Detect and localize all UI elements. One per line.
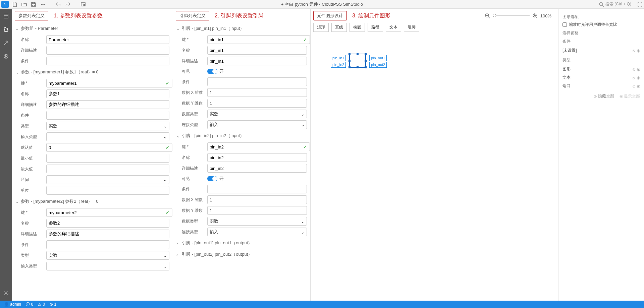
prop-port-row[interactable]: 端口⦸◉ xyxy=(562,82,640,90)
pin2-dimy-input[interactable] xyxy=(207,206,307,215)
sidebar-play-icon[interactable] xyxy=(2,52,10,60)
tab-pins[interactable]: 引脚列表定义 xyxy=(176,11,209,20)
p2-name-input[interactable] xyxy=(46,219,169,228)
status-info[interactable]: ⓘ 0 xyxy=(26,302,33,307)
pin1-visible-toggle[interactable]: 开 xyxy=(207,68,224,74)
tab-graphic[interactable]: 元件图形设计 xyxy=(313,11,347,20)
prop-shape-row[interactable]: 图形⦸◉ xyxy=(562,65,640,73)
eye-off-icon[interactable]: ⦸ xyxy=(633,48,635,53)
eye-off-icon[interactable]: ⦸ xyxy=(633,75,635,80)
tool-path[interactable]: 路径 xyxy=(368,23,383,32)
pin2-dtype-select[interactable]: 实数⌄ xyxy=(207,217,307,226)
pin2-name-input[interactable] xyxy=(207,153,307,162)
section-pin4[interactable]: ›引脚 - [pin_out2] pin_out2（output） xyxy=(173,249,310,260)
sidebar-settings-icon[interactable] xyxy=(2,289,10,297)
prop-text-row[interactable]: 文本⦸◉ xyxy=(562,73,640,82)
section-pin3[interactable]: ›引脚 - [pin_out1] pin_out1（output） xyxy=(173,237,310,249)
new-file-icon[interactable] xyxy=(11,1,18,8)
p2-intype-select[interactable]: ⌄ xyxy=(46,262,169,270)
redo-icon[interactable] xyxy=(64,1,71,8)
search-placeholder[interactable]: 搜索 (Ctrl + Q) xyxy=(605,1,631,7)
pin2-cond-input[interactable] xyxy=(207,185,307,193)
p1-unit-input[interactable] xyxy=(46,186,169,195)
canvas[interactable]: pin_in1 pin_in2 pin_out1 pin_out2 xyxy=(311,34,558,301)
tool-pin[interactable]: 引脚 xyxy=(404,23,419,32)
sidebar-puzzle-icon[interactable] xyxy=(2,25,10,34)
zoom-in-icon[interactable] xyxy=(532,13,538,18)
tool-text[interactable]: 文本 xyxy=(386,23,401,32)
preview-icon[interactable] xyxy=(80,1,87,8)
prop-cond-row[interactable]: [未设置]⦸◉ xyxy=(562,46,640,55)
sidebar-overview-icon[interactable] xyxy=(2,12,10,20)
status-error[interactable]: ⊘ 1 xyxy=(50,302,56,307)
p1-desc-input[interactable] xyxy=(46,100,169,109)
eye-off-icon[interactable]: ⦸ xyxy=(633,84,635,88)
pin2-ctype-select[interactable]: 输入⌄ xyxy=(207,228,307,236)
p1-key-input[interactable] xyxy=(46,79,172,87)
eye-icon[interactable]: ◉ xyxy=(637,75,640,80)
tool-rect[interactable]: 矩形 xyxy=(313,23,329,32)
fullscreen-icon[interactable] xyxy=(637,2,643,7)
eye-off-icon[interactable]: ⦸ xyxy=(633,67,635,72)
pin2-dimx-input[interactable] xyxy=(207,195,307,204)
pin1-desc-input[interactable] xyxy=(207,57,307,65)
pin1-dimx-input[interactable] xyxy=(207,88,307,97)
p1-default-input[interactable] xyxy=(46,143,172,152)
hide-all-button[interactable]: ⦸ 隐藏全部 xyxy=(594,94,614,99)
status-user[interactable]: 👤 admin xyxy=(4,302,21,307)
p2-desc-input[interactable] xyxy=(46,230,169,238)
pin-out2[interactable]: pin_out2 xyxy=(369,62,387,68)
search-icon[interactable] xyxy=(599,2,604,7)
tab-params[interactable]: 参数列表定义 xyxy=(15,11,48,20)
section-param2[interactable]: ⌄参数 - [myparameter2] 参数2（real）= 0 xyxy=(12,196,173,207)
p1-intype-select[interactable]: ⌄ xyxy=(46,132,169,141)
pin2-visible-toggle[interactable]: 开 xyxy=(207,176,224,182)
zoom-slider[interactable] xyxy=(493,15,530,16)
pin1-cond-input[interactable] xyxy=(207,77,307,86)
chevron-down-icon: ⌄ xyxy=(163,253,167,258)
pin-in2[interactable]: pin_in2 xyxy=(331,62,346,68)
eye-icon: ◉ xyxy=(620,94,623,99)
section-pin2[interactable]: ⌄引脚 - [pin_in2] pin_in2（input） xyxy=(173,130,310,141)
p1-cond-input[interactable] xyxy=(46,111,169,120)
pin2-desc-input[interactable] xyxy=(207,164,307,173)
pin1-name-input[interactable] xyxy=(207,46,307,55)
more-icon[interactable] xyxy=(40,1,46,8)
pin2-key-input[interactable] xyxy=(207,142,310,151)
show-all-button[interactable]: ◉ 显示全部 xyxy=(620,94,640,99)
status-warn[interactable]: ⚠ 0 xyxy=(38,302,45,307)
pin1-dtype-select[interactable]: 实数⌄ xyxy=(207,110,307,118)
pin-in1[interactable]: pin_in1 xyxy=(331,55,346,61)
pin1-dimy-input[interactable] xyxy=(207,99,307,108)
undo-icon[interactable] xyxy=(55,1,62,8)
save-file-icon[interactable] xyxy=(30,1,37,8)
eye-icon[interactable]: ◉ xyxy=(637,67,640,72)
sidebar-tools-icon[interactable] xyxy=(2,39,10,47)
tool-line[interactable]: 直线 xyxy=(331,23,347,32)
group-name-input[interactable] xyxy=(46,35,169,44)
section-param-group[interactable]: ⌄参数组 - Parameter xyxy=(12,23,173,34)
p1-range-select[interactable]: ⌄ xyxy=(46,175,169,184)
pin-out1[interactable]: pin_out1 xyxy=(369,55,387,61)
group-cond-input[interactable] xyxy=(46,57,169,65)
p1-name-input[interactable] xyxy=(46,89,169,98)
p2-key-input[interactable] xyxy=(46,208,172,217)
pin1-key-input[interactable] xyxy=(207,35,310,44)
p2-cond-input[interactable] xyxy=(46,240,169,249)
zoom-out-icon[interactable] xyxy=(485,13,490,18)
section-pin1[interactable]: ⌄引脚 - [pin_in1] pin_in1（input） xyxy=(173,23,310,34)
tool-ellipse[interactable]: 椭圆 xyxy=(350,23,365,32)
eye-icon[interactable]: ◉ xyxy=(637,48,640,53)
p1-max-input[interactable] xyxy=(46,165,169,173)
eye-icon[interactable]: ◉ xyxy=(637,84,640,88)
chevron-down-icon: ⌄ xyxy=(15,26,19,31)
section-param1[interactable]: ⌄参数 - [myparameter1] 参数1（real）= 0 xyxy=(12,66,173,78)
scale-checkbox[interactable]: 缩放时允许用户调整长宽比 xyxy=(562,22,640,27)
chevron-right-icon: › xyxy=(176,241,180,246)
p2-type-select[interactable]: 实数⌄ xyxy=(46,251,169,260)
group-desc-input[interactable] xyxy=(46,46,169,55)
pin1-ctype-select[interactable]: 输入⌄ xyxy=(207,120,307,129)
open-file-icon[interactable] xyxy=(21,1,28,8)
p1-min-input[interactable] xyxy=(46,154,169,163)
p1-type-select[interactable]: 实数⌄ xyxy=(46,122,169,130)
